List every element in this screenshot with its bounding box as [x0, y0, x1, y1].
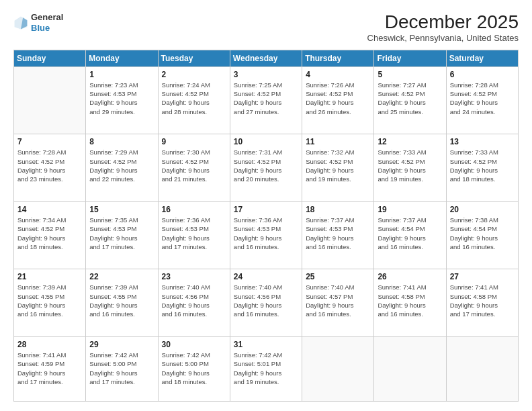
day-info: Sunrise: 7:27 AM Sunset: 4:52 PM Dayligh… — [378, 81, 442, 116]
calendar-day-cell: 11Sunrise: 7:32 AM Sunset: 4:52 PM Dayli… — [302, 134, 374, 202]
day-info: Sunrise: 7:29 AM Sunset: 4:52 PM Dayligh… — [89, 148, 154, 183]
day-info: Sunrise: 7:40 AM Sunset: 4:56 PM Dayligh… — [162, 283, 226, 318]
calendar-day-cell: 9Sunrise: 7:30 AM Sunset: 4:52 PM Daylig… — [158, 134, 230, 202]
day-number: 29 — [89, 340, 154, 349]
day-number: 9 — [162, 137, 226, 146]
day-number: 7 — [17, 137, 82, 146]
calendar-day-cell: 5Sunrise: 7:27 AM Sunset: 4:52 PM Daylig… — [374, 66, 446, 134]
calendar-day-header: Friday — [374, 50, 446, 66]
day-number: 8 — [89, 137, 154, 146]
calendar-table: SundayMondayTuesdayWednesdayThursdayFrid… — [13, 50, 519, 402]
calendar-day-cell: 27Sunrise: 7:41 AM Sunset: 4:58 PM Dayli… — [446, 269, 518, 337]
title-block: December 2025 Cheswick, Pennsylvania, Un… — [367, 12, 519, 43]
calendar-day-cell: 25Sunrise: 7:40 AM Sunset: 4:57 PM Dayli… — [302, 269, 374, 337]
day-number: 23 — [162, 272, 226, 281]
logo-icon — [13, 15, 28, 30]
calendar-day-header: Wednesday — [230, 50, 302, 66]
calendar-week-row: 28Sunrise: 7:41 AM Sunset: 4:59 PM Dayli… — [14, 337, 519, 402]
calendar-week-row: 7Sunrise: 7:28 AM Sunset: 4:52 PM Daylig… — [14, 134, 519, 202]
day-number: 13 — [450, 137, 515, 146]
day-number: 11 — [306, 137, 370, 146]
calendar-day-header: Sunday — [14, 50, 86, 66]
calendar-day-cell — [14, 66, 86, 134]
day-number: 15 — [89, 205, 154, 214]
logo-text: General Blue — [31, 12, 63, 33]
day-info: Sunrise: 7:38 AM Sunset: 4:54 PM Dayligh… — [450, 216, 515, 251]
calendar-page: General Blue December 2025 Cheswick, Pen… — [0, 0, 532, 411]
day-info: Sunrise: 7:33 AM Sunset: 4:52 PM Dayligh… — [378, 148, 442, 183]
calendar-week-row: 21Sunrise: 7:39 AM Sunset: 4:55 PM Dayli… — [14, 269, 519, 337]
calendar-day-cell: 1Sunrise: 7:23 AM Sunset: 4:53 PM Daylig… — [86, 66, 158, 134]
calendar-day-cell: 20Sunrise: 7:38 AM Sunset: 4:54 PM Dayli… — [446, 201, 518, 269]
calendar-body: 1Sunrise: 7:23 AM Sunset: 4:53 PM Daylig… — [14, 66, 519, 401]
calendar-day-cell: 19Sunrise: 7:37 AM Sunset: 4:54 PM Dayli… — [374, 201, 446, 269]
day-info: Sunrise: 7:30 AM Sunset: 4:52 PM Dayligh… — [162, 148, 226, 183]
day-info: Sunrise: 7:42 AM Sunset: 5:01 PM Dayligh… — [234, 351, 298, 386]
day-number: 26 — [378, 272, 442, 281]
calendar-day-cell: 10Sunrise: 7:31 AM Sunset: 4:52 PM Dayli… — [230, 134, 302, 202]
day-info: Sunrise: 7:41 AM Sunset: 4:58 PM Dayligh… — [450, 283, 515, 318]
day-number: 14 — [17, 205, 82, 214]
calendar-day-cell: 24Sunrise: 7:40 AM Sunset: 4:56 PM Dayli… — [230, 269, 302, 337]
day-number: 25 — [306, 272, 370, 281]
calendar-day-cell — [302, 337, 374, 402]
calendar-day-header: Saturday — [446, 50, 518, 66]
day-info: Sunrise: 7:36 AM Sunset: 4:53 PM Dayligh… — [162, 216, 226, 251]
calendar-day-cell: 26Sunrise: 7:41 AM Sunset: 4:58 PM Dayli… — [374, 269, 446, 337]
day-info: Sunrise: 7:41 AM Sunset: 4:58 PM Dayligh… — [378, 283, 442, 318]
calendar-day-cell: 3Sunrise: 7:25 AM Sunset: 4:52 PM Daylig… — [230, 66, 302, 134]
day-info: Sunrise: 7:37 AM Sunset: 4:53 PM Dayligh… — [306, 216, 370, 251]
calendar-day-cell: 15Sunrise: 7:35 AM Sunset: 4:53 PM Dayli… — [86, 201, 158, 269]
day-number: 28 — [17, 340, 82, 349]
calendar-day-cell: 6Sunrise: 7:28 AM Sunset: 4:52 PM Daylig… — [446, 66, 518, 134]
calendar-day-cell: 18Sunrise: 7:37 AM Sunset: 4:53 PM Dayli… — [302, 201, 374, 269]
month-title: December 2025 — [367, 12, 519, 33]
day-info: Sunrise: 7:24 AM Sunset: 4:52 PM Dayligh… — [162, 81, 226, 116]
day-number: 4 — [306, 70, 370, 79]
day-info: Sunrise: 7:25 AM Sunset: 4:52 PM Dayligh… — [234, 81, 298, 116]
calendar-day-cell: 2Sunrise: 7:24 AM Sunset: 4:52 PM Daylig… — [158, 66, 230, 134]
day-info: Sunrise: 7:39 AM Sunset: 4:55 PM Dayligh… — [89, 283, 154, 318]
location: Cheswick, Pennsylvania, United States — [367, 33, 519, 43]
day-info: Sunrise: 7:33 AM Sunset: 4:52 PM Dayligh… — [450, 148, 515, 183]
day-info: Sunrise: 7:32 AM Sunset: 4:52 PM Dayligh… — [306, 148, 370, 183]
logo: General Blue — [13, 12, 63, 33]
day-number: 21 — [17, 272, 82, 281]
calendar-day-cell: 29Sunrise: 7:42 AM Sunset: 5:00 PM Dayli… — [86, 337, 158, 402]
day-number: 12 — [378, 137, 442, 146]
day-info: Sunrise: 7:23 AM Sunset: 4:53 PM Dayligh… — [89, 81, 154, 116]
calendar-day-cell — [374, 337, 446, 402]
calendar-day-cell: 17Sunrise: 7:36 AM Sunset: 4:53 PM Dayli… — [230, 201, 302, 269]
day-number: 19 — [378, 205, 442, 214]
calendar-day-cell: 12Sunrise: 7:33 AM Sunset: 4:52 PM Dayli… — [374, 134, 446, 202]
day-info: Sunrise: 7:28 AM Sunset: 4:52 PM Dayligh… — [17, 148, 82, 183]
day-number: 18 — [306, 205, 370, 214]
day-number: 20 — [450, 205, 515, 214]
calendar-day-cell: 28Sunrise: 7:41 AM Sunset: 4:59 PM Dayli… — [14, 337, 86, 402]
calendar-day-cell — [446, 337, 518, 402]
day-info: Sunrise: 7:39 AM Sunset: 4:55 PM Dayligh… — [17, 283, 82, 318]
day-info: Sunrise: 7:40 AM Sunset: 4:56 PM Dayligh… — [234, 283, 298, 318]
calendar-week-row: 1Sunrise: 7:23 AM Sunset: 4:53 PM Daylig… — [14, 66, 519, 134]
calendar-day-cell: 13Sunrise: 7:33 AM Sunset: 4:52 PM Dayli… — [446, 134, 518, 202]
calendar-day-cell: 8Sunrise: 7:29 AM Sunset: 4:52 PM Daylig… — [86, 134, 158, 202]
day-number: 10 — [234, 137, 298, 146]
calendar-day-cell: 23Sunrise: 7:40 AM Sunset: 4:56 PM Dayli… — [158, 269, 230, 337]
day-number: 22 — [89, 272, 154, 281]
day-info: Sunrise: 7:42 AM Sunset: 5:00 PM Dayligh… — [162, 351, 226, 386]
header: General Blue December 2025 Cheswick, Pen… — [13, 12, 519, 43]
day-number: 3 — [234, 70, 298, 79]
calendar-day-cell: 22Sunrise: 7:39 AM Sunset: 4:55 PM Dayli… — [86, 269, 158, 337]
day-number: 16 — [162, 205, 226, 214]
calendar-day-cell: 30Sunrise: 7:42 AM Sunset: 5:00 PM Dayli… — [158, 337, 230, 402]
calendar-day-cell: 7Sunrise: 7:28 AM Sunset: 4:52 PM Daylig… — [14, 134, 86, 202]
calendar-header-row: SundayMondayTuesdayWednesdayThursdayFrid… — [14, 50, 519, 66]
day-info: Sunrise: 7:28 AM Sunset: 4:52 PM Dayligh… — [450, 81, 515, 116]
calendar-day-cell: 31Sunrise: 7:42 AM Sunset: 5:01 PM Dayli… — [230, 337, 302, 402]
calendar-day-header: Monday — [86, 50, 158, 66]
day-info: Sunrise: 7:42 AM Sunset: 5:00 PM Dayligh… — [89, 351, 154, 386]
calendar-day-cell: 14Sunrise: 7:34 AM Sunset: 4:52 PM Dayli… — [14, 201, 86, 269]
calendar-day-cell: 21Sunrise: 7:39 AM Sunset: 4:55 PM Dayli… — [14, 269, 86, 337]
day-number: 17 — [234, 205, 298, 214]
calendar-day-header: Thursday — [302, 50, 374, 66]
